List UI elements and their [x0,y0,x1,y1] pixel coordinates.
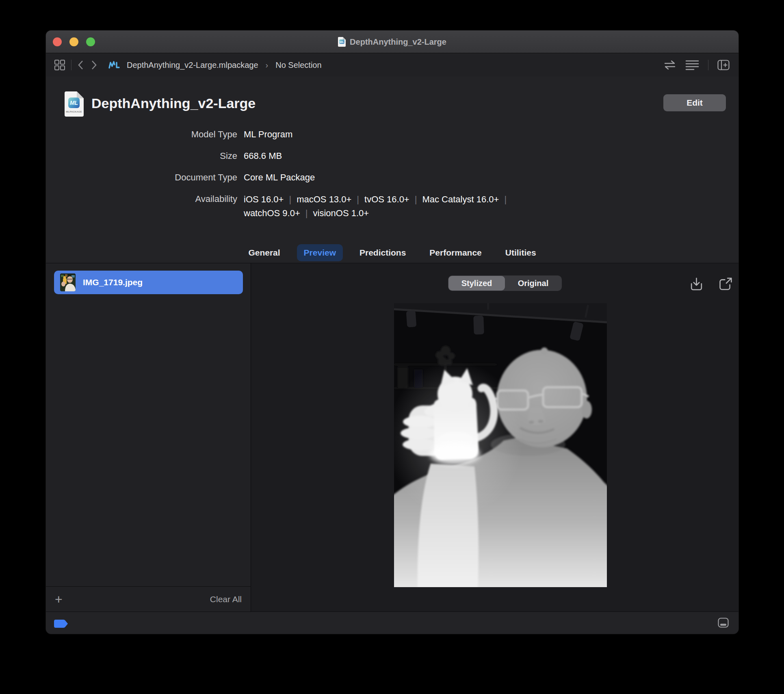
availability-line-2: watchOS 9.0+|visionOS 1.0+ [244,206,512,220]
svg-text:ML: ML [70,100,78,106]
meta-label: Model Type [46,128,244,141]
meta-row-availability: Availability iOS 16.0+|macOS 13.0+|tvOS … [46,193,512,220]
chevron-right-icon[interactable] [90,60,97,70]
tab-general[interactable]: General [241,244,287,261]
meta-value: 668.6 MB [244,150,282,163]
sidebar-item-label: IMG_1719.jpeg [83,278,143,287]
depth-map-preview-image [394,303,607,587]
bottom-bar [46,612,739,634]
tab-predictions[interactable]: Predictions [353,244,413,261]
preview-pane: Stylized Original [251,263,739,612]
page-title: DepthAnything_v2-Large [91,95,256,111]
meta-row-document-type: Document Type Core ML Package [46,171,512,184]
meta-row-model-type: Model Type ML Program [46,128,512,141]
meta-value: ML Program [244,128,292,141]
tab-bar: General Preview Predictions Performance … [46,243,739,262]
screen: ML DepthAnything_v2-Large [0,0,784,694]
clear-all-button[interactable]: Clear All [210,594,242,604]
sidebar-footer: + Clear All [46,586,251,612]
chevron-left-icon[interactable] [77,60,84,70]
availability-line-1: iOS 16.0+|macOS 13.0+|tvOS 16.0+|Mac Cat… [244,193,512,206]
mlpackage-file-icon: ML MLPACKAGE [64,91,84,118]
ml-logo-icon [108,60,120,70]
tab-performance[interactable]: Performance [422,244,488,261]
add-editor-icon[interactable] [717,60,730,70]
sidebar-item-img-1719[interactable]: IMG_1719.jpeg [54,271,243,294]
meta-label: Availability [46,193,244,220]
segment-stylized[interactable]: Stylized [448,276,505,291]
segment-original[interactable]: Original [505,276,561,291]
toolbar: DepthAnything_v2-Large.mlpackage › No Se… [46,54,739,76]
swap-arrows-icon[interactable] [663,60,676,70]
window-title: DepthAnything_v2-Large [350,37,446,47]
grid-icon[interactable] [54,59,65,71]
meta-row-size: Size 668.6 MB [46,150,512,163]
tab-utilities[interactable]: Utilities [498,244,543,261]
preview-sidebar: IMG_1719.jpeg + Clear All [46,263,251,612]
edit-button[interactable]: Edit [663,94,726,111]
mlpackage-caption: MLPACKAGE [66,110,82,113]
model-metadata: Model Type ML Program Size 668.6 MB Docu… [46,128,512,229]
add-image-button[interactable]: + [55,593,63,605]
tab-preview[interactable]: Preview [297,244,343,261]
meta-label: Size [46,150,244,163]
meta-label: Document Type [46,171,244,184]
app-window: ML DepthAnything_v2-Large [46,30,739,634]
lines-icon[interactable] [685,60,699,70]
stylized-original-switch: Stylized Original [448,275,562,291]
breadcrumb-selection[interactable]: No Selection [275,61,321,70]
toolbar-divider [71,60,71,70]
mlpackage-document-icon: ML [338,37,346,47]
breakpoint-flag-icon[interactable] [54,620,68,628]
breadcrumb-package[interactable]: DepthAnything_v2-Large.mlpackage [127,61,258,70]
svg-text:ML: ML [340,40,344,44]
image-thumbnail [60,273,76,291]
title-bar: ML DepthAnything_v2-Large [46,30,739,53]
breadcrumb-separator: › [266,61,269,70]
meta-value: Core ML Package [244,171,315,184]
download-icon[interactable] [689,277,704,292]
bottom-panel-icon[interactable] [718,618,729,628]
open-external-icon[interactable] [718,277,733,292]
toolbar-divider [708,60,708,70]
